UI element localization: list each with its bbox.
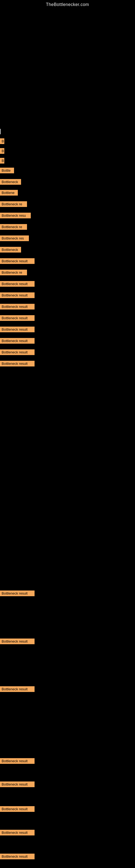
bottleneck-result-label[interactable]: Bottleneck result: [0, 639, 35, 644]
bottleneck-result-label[interactable]: Bottleneck result: [0, 338, 35, 344]
list-item: Bottleneck result: [0, 686, 35, 692]
bottleneck-result-label[interactable]: Bottleneck resu: [0, 213, 31, 218]
list-item: Bottleneck: [0, 247, 21, 252]
bottleneck-result-label[interactable]: B: [0, 158, 4, 163]
bottleneck-result-label[interactable]: Bottleneck result: [0, 315, 35, 321]
bottleneck-result-label[interactable]: Bottleneck: [0, 247, 21, 252]
bottleneck-result-label[interactable]: Bottleneck result: [0, 806, 35, 812]
list-item: Bottleneck re: [0, 270, 27, 275]
list-item: Bottleneck result: [0, 292, 35, 298]
bottleneck-result-label[interactable]: Bottleneck result: [0, 781, 35, 787]
bottleneck-result-label[interactable]: Bottleneck result: [0, 758, 35, 764]
list-item: Bottleneck result: [0, 590, 35, 596]
bottleneck-result-label[interactable]: Bottleneck result: [0, 854, 35, 859]
list-item: Bottleneck result: [0, 281, 35, 287]
list-item: Bottleneck res: [0, 236, 29, 241]
bottleneck-result-label[interactable]: Bottleneck re: [0, 224, 27, 230]
bottleneck-result-label[interactable]: Bottleneck result: [0, 258, 35, 264]
list-item: Bottleneck result: [0, 781, 35, 787]
bottleneck-result-label[interactable]: B: [0, 148, 4, 154]
list-item: Bottleneck re: [0, 224, 27, 230]
bottleneck-result-label[interactable]: Bottleneck re: [0, 270, 27, 275]
list-item: Bottleneck result: [0, 349, 35, 355]
site-title: TheBottlenecker.com: [0, 0, 135, 7]
bottleneck-result-label[interactable]: Bottleneck result: [0, 281, 35, 287]
list-item: Bottleneck result: [0, 830, 35, 835]
list-item: Bottleneck result: [0, 327, 35, 332]
bottleneck-result-label[interactable]: Bottleneck result: [0, 830, 35, 835]
bottleneck-result-label[interactable]: B: [0, 138, 4, 144]
list-item: Bottleneck result: [0, 338, 35, 344]
list-item: Bottleneck re: [0, 201, 27, 207]
bottleneck-result-label[interactable]: Bottleneck re: [0, 201, 27, 207]
bottleneck-result-label[interactable]: Bottleneck result: [0, 349, 35, 355]
list-item: Bottleneck: [0, 179, 21, 185]
bottleneck-result-label[interactable]: Bottleneck result: [0, 304, 35, 310]
list-item: Bottleneck resu: [0, 213, 31, 218]
list-item: B: [0, 158, 4, 163]
bottleneck-result-label[interactable]: Bottlene: [0, 190, 18, 195]
list-item: B: [0, 138, 4, 144]
bottleneck-result-label[interactable]: Bottleneck result: [0, 361, 35, 367]
list-item: Bottleneck result: [0, 315, 35, 321]
list-item: Bottleneck result: [0, 361, 35, 367]
list-item: Bottle: [0, 167, 14, 173]
bottleneck-result-label[interactable]: Bottleneck result: [0, 590, 35, 596]
bottleneck-result-label[interactable]: Bottleneck res: [0, 236, 29, 241]
cursor-indicator: [0, 129, 1, 134]
list-item: Bottlene: [0, 190, 18, 195]
bottleneck-result-label[interactable]: Bottleneck result: [0, 327, 35, 332]
list-item: Bottleneck result: [0, 758, 35, 764]
bottleneck-result-label[interactable]: Bottleneck result: [0, 686, 35, 692]
bottleneck-result-label[interactable]: Bottleneck: [0, 179, 21, 185]
list-item: Bottleneck result: [0, 639, 35, 644]
bottleneck-result-label[interactable]: Bottle: [0, 167, 14, 173]
list-item: Bottleneck result: [0, 806, 35, 812]
bottleneck-result-label[interactable]: Bottleneck result: [0, 292, 35, 298]
list-item: Bottleneck result: [0, 854, 35, 859]
list-item: Bottleneck result: [0, 258, 35, 264]
list-item: B: [0, 148, 4, 154]
list-item: Bottleneck result: [0, 304, 35, 310]
